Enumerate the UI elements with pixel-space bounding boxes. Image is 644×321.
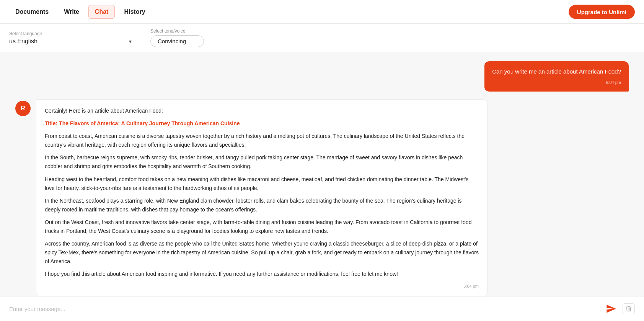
bot-article-title: Title: The Flavors of America: A Culinar…: [45, 119, 479, 128]
language-label: Select language: [9, 31, 132, 36]
bot-paragraph-7: I hope you find this article about Ameri…: [45, 270, 479, 278]
language-select-wrapper: us English ▾: [9, 38, 132, 44]
header: Documents Write Chat History Upgrade to …: [0, 0, 644, 24]
bot-paragraph-6: Across the country, American food is as …: [45, 239, 479, 266]
send-button[interactable]: [604, 302, 618, 316]
input-area: [0, 296, 644, 321]
bot-paragraph-5: Out on the West Coast, fresh and innovat…: [45, 218, 479, 236]
divider: [141, 30, 141, 46]
nav-documents[interactable]: Documents: [9, 5, 55, 18]
nav: Documents Write Chat History: [9, 5, 152, 19]
bot-message-row: R Certainly! Here is an article about Am…: [15, 99, 629, 296]
user-message-row: Can you write me an article about Americ…: [15, 61, 629, 92]
bot-message-time: 6:04 pm: [45, 283, 479, 290]
avatar: R: [15, 101, 31, 116]
nav-history[interactable]: History: [118, 5, 151, 18]
user-message-text: Can you write me an article about Americ…: [492, 68, 621, 75]
tone-group: Select tone/voice Convincing: [150, 28, 204, 47]
chat-area: Can you write me an article about Americ…: [0, 52, 644, 296]
user-bubble: Can you write me an article about Americ…: [484, 61, 629, 92]
clear-button[interactable]: [623, 303, 635, 314]
bot-bubble: Certainly! Here is an article about Amer…: [36, 99, 487, 296]
upgrade-button[interactable]: Upgrade to Unlimi: [569, 5, 635, 19]
bot-paragraph-2: In the South, barbecue reigns supreme, w…: [45, 153, 479, 171]
language-select[interactable]: us English: [9, 38, 132, 44]
tone-label: Select tone/voice: [150, 28, 204, 34]
toolbar: Select language us English ▾ Select tone…: [0, 24, 644, 52]
chat-input[interactable]: [9, 306, 600, 312]
user-message-time: 6:04 pm: [492, 79, 621, 86]
nav-write[interactable]: Write: [58, 5, 85, 18]
send-icon: [606, 303, 616, 314]
bot-paragraph-1: From coast to coast, American cuisine is…: [45, 132, 479, 149]
trash-icon: [625, 305, 632, 312]
language-group: Select language us English ▾: [9, 31, 132, 44]
tone-select[interactable]: Convincing: [150, 35, 204, 47]
nav-chat[interactable]: Chat: [88, 5, 115, 19]
bot-paragraph-3: Heading west to the heartland, comfort f…: [45, 175, 479, 193]
bot-intro: Certainly! Here is an article about Amer…: [45, 106, 479, 115]
bot-paragraph-4: In the Northeast, seafood plays a starri…: [45, 197, 479, 214]
